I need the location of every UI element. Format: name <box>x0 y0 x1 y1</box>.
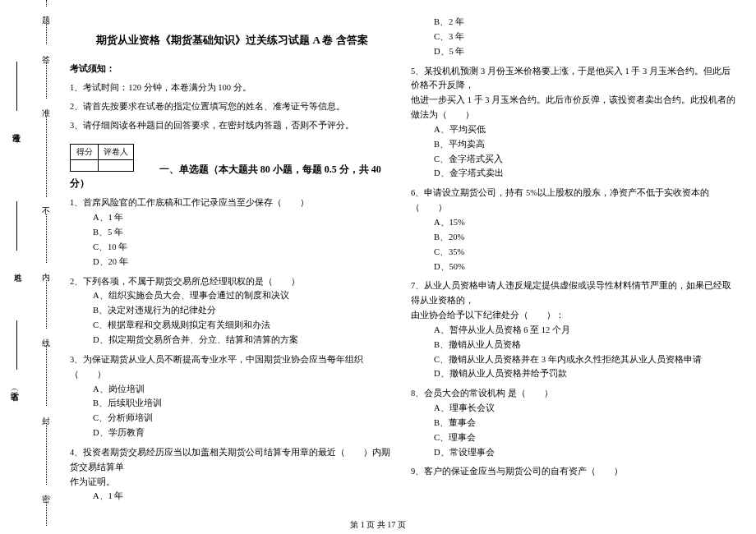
score-section-row: 得分 评卷人 一、单选题（本大题共 80 小题，每题 0.5 分，共 40 分） <box>70 137 394 191</box>
score-col-marker: 评卷人 <box>99 145 134 160</box>
q7-stem-b: 由业协会给予以下纪律处分（ ）： <box>411 308 735 323</box>
q2-b: B、决定对违规行为的纪律处分 <box>93 303 394 318</box>
field-province-line <box>16 320 17 370</box>
q7-c: C、撤销从业人员资格并在 3 年内或永久性拒绝其从业人员资格申请 <box>434 352 735 367</box>
q4-b: B、2 年 <box>434 15 735 30</box>
notice-2: 2、请首先按要求在试卷的指定位置填写您的姓名、准考证号等信息。 <box>70 100 394 114</box>
q5-stem-a: 5、某投机机预测 3 月份玉米价格要上涨，于是他买入 1 手 3 月玉米合约。但… <box>411 64 735 94</box>
column-right: B、2 年 C、3 年 D、5 年 5、某投机机预测 3 月份玉米价格要上涨，于… <box>411 15 735 479</box>
q2-c: C、根据章程和交易规则拟定有关细则和办法 <box>93 318 394 333</box>
q6-d: D、50% <box>434 260 735 274</box>
q4-stem-b: 作为证明。 <box>70 475 394 490</box>
column-left: 期货从业资格《期货基础知识》过关练习试题 A 卷 含答案 考试须知： 1、考试时… <box>70 15 394 504</box>
score-blank-2 <box>99 160 134 172</box>
q1-stem: 1、首席风险官的工作底稿和工作记录应当至少保存（ ） <box>70 196 394 210</box>
notice-3: 3、请仔细阅读各种题目的回答要求，在密封线内答题，否则不予评分。 <box>70 119 394 133</box>
q8-d: D、常设理事会 <box>434 445 735 460</box>
field-name-line <box>16 201 17 251</box>
xian-char: 线 <box>39 329 51 345</box>
q5-c: C、金字塔式买入 <box>434 152 735 167</box>
q7-stem-a: 7、从业人员资格申请人违反规定提供虚假或误导性材料情节严重的，如果已经取得从业资… <box>411 279 735 308</box>
da-char: 答 <box>39 45 51 62</box>
q2-a: A、组织实施会员大会、理事会通过的制度和决议 <box>93 288 394 303</box>
q8-stem: 8、会员大会的常设机构 是（ ） <box>411 386 735 401</box>
ti-char: 题 <box>39 7 51 23</box>
notice-heading: 考试须知： <box>70 62 394 75</box>
q4-a: A、1 年 <box>93 489 394 504</box>
q7-d: D、撤销从业人员资格并给予罚款 <box>434 366 735 381</box>
page-content: 期货从业资格《期货基础知识》过关练习试题 A 卷 含答案 考试须知： 1、考试时… <box>70 15 744 512</box>
score-col-score: 得分 <box>71 145 99 160</box>
nei-char: 内 <box>39 263 51 279</box>
q4-d: D、5 年 <box>434 44 735 59</box>
q3-a: A、岗位培训 <box>93 382 394 397</box>
q5-b: B、平均卖高 <box>434 137 735 152</box>
q3-b: B、后续职业培训 <box>93 396 394 411</box>
q1-c: C、10 年 <box>93 240 394 255</box>
q2-d: D、拟定期货交易所合并、分立、结算和清算的方案 <box>93 333 394 348</box>
field-ticket-line <box>16 62 17 111</box>
q9-stem: 9、客户的保证金应当与期货公司的自有资产（ ） <box>411 464 735 479</box>
score-blank-1 <box>71 160 99 172</box>
q6-c: C、35% <box>434 245 735 260</box>
q2-stem: 2、下列各项，不属于期货交易所总经理职权的是（ ） <box>70 274 394 289</box>
q5-a: A、平均买低 <box>434 122 735 137</box>
q6-stem: 6、申请设立期货公司，持有 5%以上股权的股东，净资产不低于实收资本的（ ） <box>411 186 735 215</box>
score-table: 得分 评卷人 <box>70 144 134 172</box>
feng-char: 封 <box>39 407 51 423</box>
q1-d: D、20 年 <box>93 255 394 269</box>
q4-c: C、3 年 <box>434 30 735 44</box>
q4-stem-a: 4、投资者期货交易经历应当以加盖相关期货公司结算专用章的最近（ ）内期货交易结算… <box>70 445 394 475</box>
binding-strip: 密 封 线 内 不 准 答 题 <box>0 0 58 526</box>
bu-char: 不 <box>39 197 51 214</box>
q1-a: A、1 年 <box>93 210 394 225</box>
exam-title: 期货从业资格《期货基础知识》过关练习试题 A 卷 含答案 <box>70 33 394 48</box>
q8-b: B、董事会 <box>434 416 735 430</box>
q1-b: B、5 年 <box>93 225 394 240</box>
q7-a: A、暂停从业人员资格 6 至 12 个月 <box>434 323 735 338</box>
q3-c: C、分析师培训 <box>93 411 394 426</box>
q5-stem-b: 他进一步买入 1 手 3 月玉米合约。此后市价反弹，该投资者卖出合约。此投机者的… <box>411 93 735 122</box>
q6-b: B、20% <box>434 230 735 245</box>
seal-char: 密 <box>39 485 51 501</box>
zhun-char: 准 <box>39 99 51 115</box>
q8-c: C、理事会 <box>434 430 735 445</box>
notice-1: 1、考试时间：120 分钟，本卷满分为 100 分。 <box>70 81 394 95</box>
q6-a: A、15% <box>434 215 735 230</box>
q8-a: A、理事长会议 <box>434 401 735 416</box>
q3-d: D、学历教育 <box>93 426 394 440</box>
q7-b: B、撤销从业人员资格 <box>434 338 735 352</box>
page-footer: 第 1 页 共 17 页 <box>0 519 756 531</box>
q3-stem: 3、为保证期货从业人员不断提高专业水平，中国期货业协会应当每年组织（ ） <box>70 352 394 382</box>
q5-d: D、金字塔式卖出 <box>434 166 735 181</box>
